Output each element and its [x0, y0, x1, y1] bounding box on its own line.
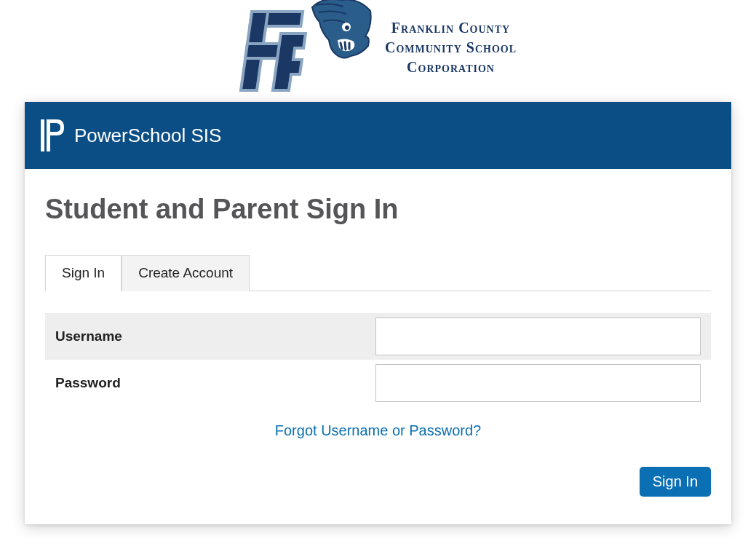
school-name: Franklin County Community School Corpora…: [385, 18, 517, 77]
signin-card: PowerSchool SIS Student and Parent Sign …: [25, 102, 731, 524]
org-logo-area: Franklin County Community School Corpora…: [0, 0, 756, 102]
username-label: Username: [55, 328, 375, 344]
school-name-line2: Community School: [385, 38, 517, 58]
page-title: Student and Parent Sign In: [45, 194, 711, 225]
username-input[interactable]: [375, 318, 701, 355]
powerschool-logo-icon: [41, 119, 64, 151]
password-row: Password: [45, 360, 711, 406]
password-input[interactable]: [375, 364, 701, 402]
forgot-row: Forgot Username or Password?: [45, 406, 711, 446]
tab-signin[interactable]: Sign In: [45, 255, 122, 291]
product-title: PowerSchool SIS: [74, 125, 221, 147]
tab-bar: Sign In Create Account: [45, 254, 711, 291]
button-row: Sign In: [45, 446, 711, 504]
mascot-icon: [309, 0, 374, 69]
username-row: Username: [45, 313, 711, 360]
product-header: PowerSchool SIS: [25, 102, 731, 169]
signin-form: Username Password Forgot Username or Pas…: [45, 291, 711, 504]
tab-create-account[interactable]: Create Account: [122, 255, 250, 291]
svg-rect-6: [47, 119, 50, 151]
content-area: Student and Parent Sign In Sign In Creat…: [25, 169, 731, 524]
school-name-line1: Franklin County: [385, 18, 517, 38]
school-name-line3: Corporation: [385, 58, 517, 77]
forgot-link[interactable]: Forgot Username or Password?: [275, 422, 481, 438]
fc-monogram-icon: [239, 7, 319, 95]
school-logo: [239, 0, 370, 95]
password-label: Password: [55, 375, 375, 391]
svg-point-4: [345, 25, 349, 30]
signin-button[interactable]: Sign In: [640, 467, 711, 497]
svg-rect-5: [41, 119, 44, 151]
